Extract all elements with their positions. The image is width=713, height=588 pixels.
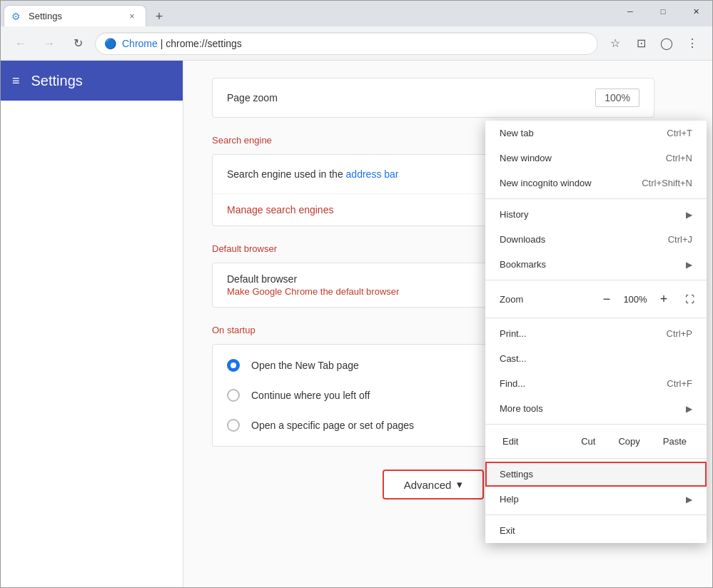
close-button[interactable]: ✕ — [679, 1, 712, 22]
back-button[interactable]: ← — [9, 32, 32, 55]
menu-divider-2 — [485, 280, 707, 280]
page-zoom-row: Page zoom 100% — [213, 78, 654, 117]
zoom-value: 100% — [621, 294, 649, 305]
menu-cast-label: Cast... — [500, 353, 527, 364]
advanced-arrow-icon: ▾ — [457, 478, 462, 491]
menu-more-tools[interactable]: More tools ▶ — [485, 396, 707, 421]
advanced-button-label: Advanced — [404, 479, 452, 491]
radio-option2-label: Continue where you left off — [251, 390, 370, 401]
hamburger-icon[interactable]: ≡ — [12, 74, 20, 88]
menu-new-incognito[interactable]: New incognito window Ctrl+Shift+N — [485, 171, 707, 196]
copy-button[interactable]: Copy — [607, 432, 651, 451]
menu-help-arrow: ▶ — [686, 495, 692, 505]
menu-downloads-shortcut: Ctrl+J — [668, 234, 692, 245]
menu-button[interactable]: ⋮ — [681, 32, 704, 55]
search-engine-label: Search engine used in the address bar — [227, 168, 399, 180]
menu-print[interactable]: Print... Ctrl+P — [485, 321, 707, 346]
radio-option1-label: Open the New Tab page — [251, 360, 359, 371]
menu-new-incognito-label: New incognito window — [500, 178, 592, 188]
default-browser-desc: Make Google Chrome the default browser — [227, 286, 399, 297]
address-scheme-icon: 🔵 — [104, 38, 116, 49]
address-bar-link[interactable]: address bar — [346, 168, 399, 180]
tab-strip: ⚙ Settings × + — [1, 1, 614, 26]
cut-button[interactable]: Cut — [570, 432, 607, 451]
zoom-plus-button[interactable]: + — [652, 288, 675, 310]
menu-divider-4 — [485, 424, 707, 425]
menu-downloads[interactable]: Downloads Ctrl+J — [485, 227, 707, 252]
page-zoom-label: Page zoom — [227, 92, 278, 103]
window-frame: ⚙ Settings × + ─ □ ✕ ← → ↻ 🔵 Chrome | ch… — [0, 0, 713, 588]
tab-title-label: Settings — [29, 11, 120, 21]
menu-find-label: Find... — [500, 378, 525, 389]
menu-find[interactable]: Find... Ctrl+F — [485, 371, 707, 396]
menu-settings[interactable]: Settings — [485, 462, 707, 487]
menu-find-shortcut: Ctrl+F — [667, 378, 692, 389]
menu-print-shortcut: Ctrl+P — [667, 328, 692, 339]
sidebar: ≡ Settings — [1, 61, 183, 587]
menu-history-label: History — [500, 209, 528, 220]
tab-favicon-icon: ⚙ — [11, 11, 23, 22]
menu-history-arrow: ▶ — [686, 210, 692, 220]
menu-new-window-shortcut: Ctrl+N — [666, 153, 692, 163]
menu-help[interactable]: Help ▶ — [485, 487, 707, 512]
address-bar-row: ← → ↻ 🔵 Chrome | chrome://settings ☆ ⊡ ◯… — [1, 26, 712, 61]
zoom-minus-button[interactable]: − — [595, 288, 618, 310]
edit-row: Edit Cut Copy Paste — [485, 427, 707, 455]
minimize-button[interactable]: ─ — [614, 1, 647, 22]
radio-option3-circle[interactable] — [227, 419, 240, 432]
menu-new-window-label: New window — [500, 153, 552, 163]
main-layout: ≡ Settings Page zoom 100% Search engine — [1, 61, 712, 587]
window-controls: ─ □ ✕ — [614, 1, 712, 26]
title-bar: ⚙ Settings × + ─ □ ✕ — [1, 1, 712, 26]
menu-history[interactable]: History ▶ — [485, 202, 707, 227]
address-box[interactable]: 🔵 Chrome | chrome://settings — [95, 32, 598, 55]
refresh-button[interactable]: ↻ — [66, 32, 89, 55]
menu-divider-6 — [485, 514, 707, 515]
menu-new-incognito-shortcut: Ctrl+Shift+N — [642, 178, 692, 188]
menu-exit-label: Exit — [500, 525, 515, 536]
edit-label: Edit — [494, 436, 570, 447]
menu-zoom-label: Zoom — [491, 294, 592, 305]
star-button[interactable]: ☆ — [604, 32, 627, 55]
fullscreen-button[interactable]: ⛶ — [678, 288, 701, 310]
menu-print-label: Print... — [500, 328, 527, 339]
menu-more-tools-arrow: ▶ — [686, 404, 692, 414]
manage-search-engines-link[interactable]: Manage search engines — [227, 204, 333, 216]
sidebar-header: ≡ Settings — [1, 61, 183, 101]
radio-option1-circle[interactable] — [227, 359, 240, 372]
menu-cast[interactable]: Cast... — [485, 346, 707, 371]
menu-new-window[interactable]: New window Ctrl+N — [485, 146, 707, 171]
menu-exit[interactable]: Exit — [485, 518, 707, 543]
active-tab[interactable]: ⚙ Settings × — [4, 5, 146, 26]
tab-close-button[interactable]: × — [126, 10, 138, 23]
menu-bookmarks-arrow: ▶ — [686, 260, 692, 270]
menu-divider-3 — [485, 318, 707, 318]
forward-button[interactable]: → — [38, 32, 61, 55]
menu-divider-1 — [485, 198, 707, 199]
menu-more-tools-label: More tools — [500, 403, 543, 414]
radio-option2-circle[interactable] — [227, 389, 240, 402]
dropdown-menu: New tab Ctrl+T New window Ctrl+N New inc… — [485, 121, 707, 543]
menu-zoom-row: Zoom − 100% + ⛶ — [485, 283, 707, 315]
default-browser-info: Default browser Make Google Chrome the d… — [227, 273, 399, 297]
cast-button[interactable]: ⊡ — [629, 32, 652, 55]
menu-bookmarks[interactable]: Bookmarks ▶ — [485, 252, 707, 277]
menu-settings-label: Settings — [500, 469, 533, 480]
menu-new-tab[interactable]: New tab Ctrl+T — [485, 121, 707, 146]
menu-bookmarks-label: Bookmarks — [500, 259, 546, 270]
page-zoom-value[interactable]: 100% — [595, 88, 639, 107]
page-zoom-card: Page zoom 100% — [212, 78, 654, 118]
account-button[interactable]: ◯ — [655, 32, 678, 55]
default-browser-label: Default browser — [227, 273, 399, 285]
maximize-button[interactable]: □ — [647, 1, 679, 22]
radio-option3-label: Open a specific page or set of pages — [251, 420, 414, 431]
menu-new-tab-label: New tab — [500, 128, 534, 138]
sidebar-title: Settings — [31, 73, 83, 89]
advanced-button[interactable]: Advanced ▾ — [383, 470, 485, 500]
paste-button[interactable]: Paste — [652, 432, 698, 451]
address-scheme: Chrome | chrome://settings — [122, 38, 242, 49]
menu-divider-5 — [485, 458, 707, 459]
new-tab-button[interactable]: + — [149, 6, 169, 26]
toolbar-icons: ☆ ⊡ ◯ ⋮ — [604, 32, 704, 55]
menu-new-tab-shortcut: Ctrl+T — [667, 128, 692, 138]
